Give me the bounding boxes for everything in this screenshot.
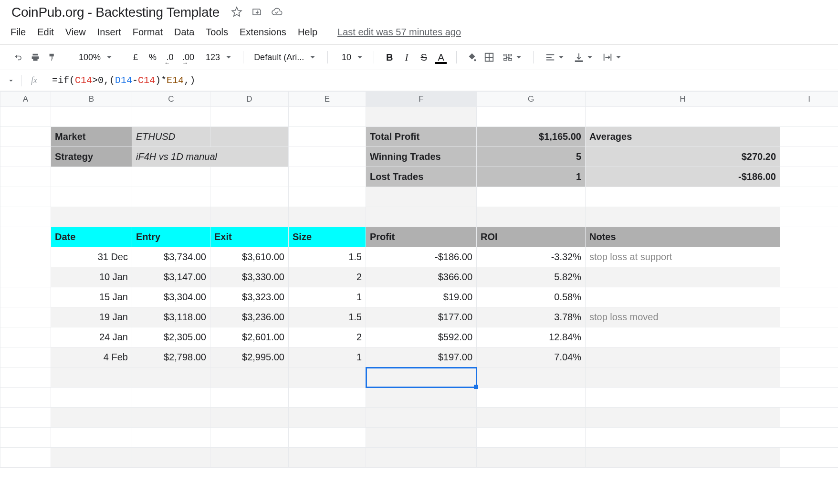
active-cell[interactable] (366, 368, 477, 388)
col-entry[interactable]: Entry (132, 227, 210, 247)
cell-exit[interactable]: $2,601.00 (210, 327, 289, 347)
cell-roi[interactable]: 0.58% (477, 287, 586, 307)
cell-profit[interactable]: $197.00 (366, 347, 477, 368)
menu-file[interactable]: File (10, 27, 26, 38)
strikethrough-button[interactable]: S (416, 50, 431, 65)
table-row[interactable]: StrategyiF4H vs 1D manualWinning Trades5… (0, 147, 838, 167)
lost-trades-label[interactable]: Lost Trades (366, 167, 477, 187)
table-row[interactable]: 31 Dec$3,734.00$3,610.001.5-$186.00-3.32… (0, 247, 838, 267)
decrease-decimal-button[interactable]: .0← (162, 50, 178, 65)
cell-notes[interactable] (586, 287, 780, 307)
menu-insert[interactable]: Insert (97, 27, 121, 38)
table-row[interactable]: 19 Jan$3,118.00$3,236.001.5$177.003.78%s… (0, 307, 838, 327)
cell-roi[interactable]: 5.82% (477, 267, 586, 287)
vertical-align-dropdown[interactable] (570, 50, 597, 65)
cell-exit[interactable]: $3,610.00 (210, 247, 289, 267)
menu-data[interactable]: Data (174, 27, 194, 38)
more-formats-dropdown[interactable]: 123 (199, 50, 235, 65)
menu-extensions[interactable]: Extensions (240, 27, 286, 38)
col-header-I[interactable]: I (780, 92, 838, 107)
table-row[interactable] (0, 207, 838, 227)
cell-entry[interactable]: $2,305.00 (132, 327, 210, 347)
col-header-B[interactable]: B (51, 92, 132, 107)
menu-help[interactable]: Help (298, 27, 317, 38)
col-header-A[interactable]: A (0, 92, 51, 107)
col-header-E[interactable]: E (289, 92, 366, 107)
table-row[interactable] (0, 448, 838, 468)
cell-date[interactable]: 19 Jan (51, 307, 132, 327)
col-header-H[interactable]: H (586, 92, 780, 107)
cell-exit[interactable]: $3,330.00 (210, 267, 289, 287)
text-wrap-dropdown[interactable] (598, 50, 625, 65)
lost-avg[interactable]: -$186.00 (586, 167, 780, 187)
horizontal-align-dropdown[interactable] (541, 50, 568, 65)
borders-icon[interactable] (482, 50, 497, 65)
cell-entry[interactable]: $2,798.00 (132, 347, 210, 368)
cell-entry[interactable]: $3,304.00 (132, 287, 210, 307)
market-value[interactable]: ETHUSD (132, 127, 210, 147)
cell-profit[interactable]: $592.00 (366, 327, 477, 347)
cell-roi[interactable]: -3.32% (477, 247, 586, 267)
cell-size[interactable]: 1.5 (289, 247, 366, 267)
total-profit-value[interactable]: $1,165.00 (477, 127, 586, 147)
table-row[interactable]: 4 Feb$2,798.00$2,995.001$197.007.04% (0, 347, 838, 368)
cell-notes[interactable] (586, 347, 780, 368)
percent-button[interactable]: % (145, 50, 160, 65)
cell-entry[interactable]: $3,118.00 (132, 307, 210, 327)
table-row[interactable] (0, 388, 838, 408)
cell-exit[interactable]: $3,236.00 (210, 307, 289, 327)
currency-button[interactable]: £ (128, 50, 143, 65)
paint-format-icon[interactable] (45, 50, 60, 65)
spreadsheet-grid[interactable]: A B C D E F G H I MarketETHUSDTotal Prof… (0, 91, 838, 468)
cell-roi[interactable]: 3.78% (477, 307, 586, 327)
font-size-dropdown[interactable]: 10 (332, 50, 370, 65)
cell-profit[interactable]: $177.00 (366, 307, 477, 327)
cell-profit[interactable]: $366.00 (366, 267, 477, 287)
table-row[interactable] (0, 428, 838, 448)
formula-input[interactable]: =if(C14>0,(D14-C14)*E14,) (52, 75, 832, 86)
cell-entry[interactable]: $3,147.00 (132, 267, 210, 287)
table-row[interactable]: 24 Jan$2,305.00$2,601.002$592.0012.84% (0, 327, 838, 347)
table-row[interactable]: DateEntryExitSizeProfitROINotes (0, 227, 838, 247)
merge-cells-dropdown[interactable] (499, 50, 525, 65)
table-row[interactable]: 15 Jan$3,304.00$3,323.001$19.000.58% (0, 287, 838, 307)
table-row[interactable]: Lost Trades1-$186.00 (0, 167, 838, 187)
table-row[interactable] (0, 368, 838, 388)
table-row[interactable]: MarketETHUSDTotal Profit$1,165.00Average… (0, 127, 838, 147)
winning-avg[interactable]: $270.20 (586, 147, 780, 167)
cell-date[interactable]: 24 Jan (51, 327, 132, 347)
col-exit[interactable]: Exit (210, 227, 289, 247)
cell-exit[interactable]: $3,323.00 (210, 287, 289, 307)
italic-button[interactable]: I (399, 50, 414, 65)
cell-date[interactable]: 10 Jan (51, 267, 132, 287)
cell-roi[interactable]: 12.84% (477, 327, 586, 347)
cell-exit[interactable]: $2,995.00 (210, 347, 289, 368)
increase-decimal-button[interactable]: .00→ (179, 50, 197, 65)
col-header-D[interactable]: D (210, 92, 289, 107)
cell-entry[interactable]: $3,734.00 (132, 247, 210, 267)
zoom-dropdown[interactable]: 100% (72, 50, 116, 65)
star-icon[interactable] (231, 6, 242, 19)
cell-size[interactable]: 2 (289, 327, 366, 347)
undo-icon[interactable] (10, 50, 26, 65)
table-row[interactable] (0, 187, 838, 207)
cell-notes[interactable]: stop loss moved (586, 307, 780, 327)
cell-size[interactable]: 1.5 (289, 307, 366, 327)
col-profit[interactable]: Profit (366, 227, 477, 247)
cell-notes[interactable]: stop loss at support (586, 247, 780, 267)
font-dropdown[interactable]: Default (Ari... (247, 50, 324, 65)
market-label[interactable]: Market (51, 127, 132, 147)
strategy-value[interactable]: iF4H vs 1D manual (132, 147, 289, 167)
col-header-C[interactable]: C (132, 92, 210, 107)
cell-notes[interactable] (586, 327, 780, 347)
col-header-G[interactable]: G (477, 92, 586, 107)
col-notes[interactable]: Notes (586, 227, 780, 247)
lost-trades-value[interactable]: 1 (477, 167, 586, 187)
move-icon[interactable] (251, 6, 262, 19)
cell-profit[interactable]: $19.00 (366, 287, 477, 307)
text-color-button[interactable]: A (433, 50, 449, 65)
name-box-dropdown[interactable] (6, 78, 16, 83)
col-size[interactable]: Size (289, 227, 366, 247)
strategy-label[interactable]: Strategy (51, 147, 132, 167)
col-date[interactable]: Date (51, 227, 132, 247)
